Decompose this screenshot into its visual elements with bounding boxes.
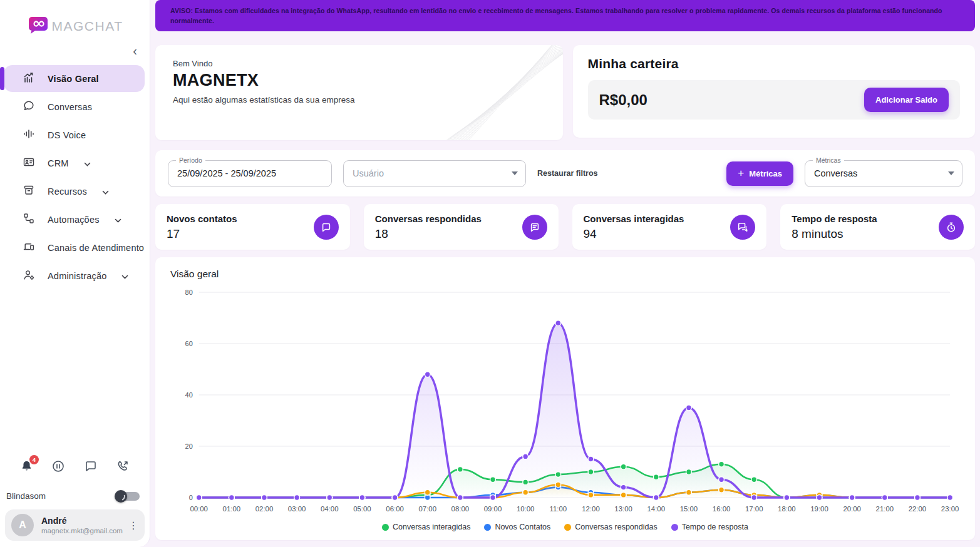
data-point[interactable]: [588, 493, 594, 498]
data-point[interactable]: [751, 495, 757, 501]
data-point[interactable]: [621, 464, 626, 469]
legend-label: Tempo de resposta: [682, 523, 748, 531]
reset-filters-button[interactable]: Restaurar filtros: [537, 169, 598, 178]
legend-item[interactable]: Tempo de resposta: [671, 523, 748, 531]
user-menu-kebab-icon[interactable]: ⋮: [128, 519, 138, 531]
data-point[interactable]: [359, 495, 365, 501]
data-point[interactable]: [425, 495, 430, 501]
data-point[interactable]: [719, 461, 725, 467]
data-point[interactable]: [555, 472, 561, 478]
x-tick-label: 07:00: [418, 505, 436, 513]
sidebar-item-crm[interactable]: CRM: [4, 150, 145, 176]
data-point[interactable]: [262, 495, 267, 501]
sidebar-nav: Visão Geral Conversas DS Voice CRM Recur…: [0, 65, 150, 289]
metrics-select[interactable]: Métricas Conversas: [805, 160, 962, 187]
data-point[interactable]: [327, 495, 333, 501]
sidebar-item-visao-geral[interactable]: Visão Geral: [4, 65, 145, 92]
chat-bubble-icon: [23, 100, 35, 114]
sidebar-item-recursos[interactable]: Recursos: [4, 178, 145, 205]
data-point[interactable]: [882, 495, 887, 501]
data-point[interactable]: [817, 495, 822, 501]
legend-dot-icon: [564, 524, 571, 531]
data-point[interactable]: [621, 493, 626, 498]
toggle-knob-moon-icon: [115, 490, 127, 503]
data-point[interactable]: [555, 320, 561, 326]
phone-outgoing-icon[interactable]: [116, 459, 130, 475]
data-point[interactable]: [915, 495, 921, 501]
data-point[interactable]: [294, 495, 300, 501]
user-select-input[interactable]: [344, 168, 525, 178]
data-point[interactable]: [523, 479, 529, 485]
data-point[interactable]: [196, 495, 202, 501]
y-tick-label: 80: [185, 289, 193, 296]
x-tick-label: 09:00: [484, 505, 502, 513]
sidebar-item-administracao[interactable]: Administração: [4, 262, 145, 289]
chevron-down-icon: [115, 215, 121, 225]
add-balance-button[interactable]: Adicionar Saldo: [864, 88, 949, 112]
legend-item[interactable]: Conversas interagidas: [382, 523, 470, 531]
x-tick-label: 02:00: [255, 505, 274, 513]
legend-item[interactable]: Conversas respondidas: [564, 523, 657, 531]
data-point[interactable]: [653, 474, 659, 480]
stopwatch-icon: [939, 215, 964, 240]
x-tick-label: 14:00: [647, 505, 666, 513]
welcome-card: Bem Vindo MAGNETX Aqui estão algumas est…: [155, 45, 563, 140]
add-metrics-button[interactable]: + Métricas: [726, 161, 793, 186]
user-gear-icon: [23, 268, 35, 283]
sidebar-item-label: Canais de Atendimento: [48, 243, 144, 253]
legend-label: Novos Contatos: [495, 523, 550, 531]
wallet-balance-box: R$0,00 Adicionar Saldo: [588, 80, 961, 120]
stat-value: 8 minutos: [792, 227, 877, 241]
data-point[interactable]: [490, 477, 496, 483]
legend-item[interactable]: Novos Contatos: [484, 523, 550, 531]
data-point[interactable]: [588, 456, 594, 462]
data-point[interactable]: [392, 495, 398, 501]
stat-card-conversas-respondidas: Conversas respondidas 18: [364, 204, 559, 250]
data-point[interactable]: [523, 489, 529, 495]
chat-icon[interactable]: [84, 459, 98, 475]
data-point[interactable]: [425, 489, 430, 495]
data-point[interactable]: [621, 484, 626, 490]
data-point[interactable]: [849, 495, 855, 501]
data-point[interactable]: [458, 467, 463, 473]
data-point[interactable]: [784, 495, 790, 501]
user-card[interactable]: A André magnetx.mkt@gmail.com ⋮: [5, 509, 145, 541]
dropdown-arrow-icon: [512, 171, 518, 175]
data-point[interactable]: [588, 469, 594, 475]
period-field[interactable]: Período: [168, 160, 332, 187]
y-tick-label: 0: [189, 494, 193, 501]
data-point[interactable]: [751, 477, 757, 483]
data-point[interactable]: [686, 469, 692, 475]
warning-banner-text: AVISO: Estamos com dificuldades na integ…: [170, 6, 960, 26]
decorative-wave-line: [434, 47, 563, 140]
x-tick-label: 20:00: [843, 505, 861, 513]
notifications-bell-icon[interactable]: 4: [20, 459, 33, 475]
data-point[interactable]: [425, 372, 430, 377]
sidebar-item-canais-de-atendimento[interactable]: Canais de Atendimento: [4, 234, 145, 261]
sidebar-item-ds-voice[interactable]: DS Voice: [4, 121, 145, 148]
overview-chart[interactable]: 02040608000:0001:0002:0003:0004:0005:000…: [170, 284, 960, 519]
data-point[interactable]: [686, 405, 692, 411]
blindasom-label: Blindasom: [6, 491, 46, 501]
sidebar-item-automacoes[interactable]: Automações: [4, 206, 145, 233]
data-point[interactable]: [686, 489, 692, 495]
data-point[interactable]: [523, 454, 529, 459]
sidebar-item-conversas[interactable]: Conversas: [4, 93, 145, 120]
data-point[interactable]: [490, 495, 496, 501]
x-tick-label: 03:00: [288, 505, 306, 513]
data-point[interactable]: [229, 495, 234, 501]
data-point[interactable]: [555, 482, 561, 488]
data-point[interactable]: [458, 495, 463, 501]
data-point[interactable]: [947, 495, 953, 501]
data-point[interactable]: [653, 495, 659, 501]
stat-card-novos-contatos: Novos contatos 17: [155, 204, 350, 250]
sidebar-collapse-button[interactable]: ‹: [133, 46, 137, 55]
chat-lines-icon: [522, 215, 547, 240]
data-point[interactable]: [719, 477, 725, 483]
data-point[interactable]: [719, 487, 725, 493]
blindasom-toggle[interactable]: [117, 492, 140, 501]
user-select[interactable]: [343, 160, 526, 187]
pause-circle-icon[interactable]: [51, 459, 65, 475]
decorative-wave-line: [426, 45, 563, 140]
period-input[interactable]: [168, 168, 331, 178]
